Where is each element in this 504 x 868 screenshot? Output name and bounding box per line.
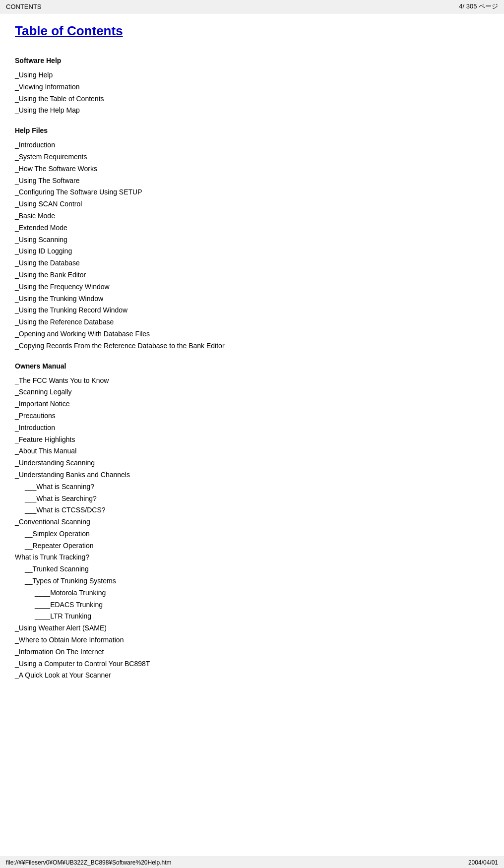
- toc-item-1-16[interactable]: _Opening and Working With Database Files: [15, 328, 489, 340]
- toc-item-2-22[interactable]: _Where to Obtain More Information: [15, 634, 489, 646]
- toc-item-2-2[interactable]: _Important Notice: [15, 398, 489, 410]
- toc-item-2-1[interactable]: _Scanning Legally: [15, 386, 489, 398]
- toc-item-1-3[interactable]: _Using The Software: [15, 175, 489, 187]
- toc-item-2-16[interactable]: __Trunked Scanning: [15, 563, 489, 575]
- toc-item-0-1[interactable]: _Viewing Information: [15, 81, 489, 93]
- toc-item-0-0[interactable]: _Using Help: [15, 69, 489, 81]
- toc-item-1-5[interactable]: _Using SCAN Control: [15, 198, 489, 210]
- toc-item-1-11[interactable]: _Using the Bank Editor: [15, 269, 489, 281]
- toc-item-1-10[interactable]: _Using the Database: [15, 257, 489, 269]
- toc-item-2-23[interactable]: _Information On The Internet: [15, 646, 489, 658]
- toc-item-2-15[interactable]: What is Trunk Tracking?: [15, 552, 489, 563]
- toc-item-1-14[interactable]: _Using the Trunking Record Window: [15, 305, 489, 316]
- toc-item-1-0[interactable]: _Introduction: [15, 139, 489, 151]
- top-bar-left: CONTENTS: [6, 3, 42, 10]
- toc-item-0-3[interactable]: _Using the Help Map: [15, 105, 489, 117]
- toc-item-1-15[interactable]: _Using the Reference Database: [15, 316, 489, 328]
- toc-item-2-10[interactable]: ___What is Searching?: [15, 493, 489, 505]
- toc-item-2-20[interactable]: ____LTR Trunking: [15, 611, 489, 622]
- toc-item-2-25[interactable]: _A Quick Look at Your Scanner: [15, 670, 489, 682]
- toc-item-1-9[interactable]: _Using ID Logging: [15, 246, 489, 257]
- toc-item-1-7[interactable]: _Extended Mode: [15, 222, 489, 234]
- section-header-1: Help Files: [15, 126, 489, 134]
- toc-item-2-18[interactable]: ____Motorola Trunking: [15, 587, 489, 599]
- toc-item-1-12[interactable]: _Using the Frequency Window: [15, 281, 489, 293]
- toc-item-1-1[interactable]: _System Requirements: [15, 151, 489, 163]
- top-bar-right: 4/ 305 ページ: [459, 2, 498, 11]
- toc-item-2-21[interactable]: _Using Weather Alert (SAME): [15, 622, 489, 634]
- page-title[interactable]: Table of Contents: [15, 23, 123, 39]
- toc-item-1-8[interactable]: _Using Scanning: [15, 234, 489, 246]
- toc-item-1-2[interactable]: _How The Software Works: [15, 163, 489, 175]
- toc-item-2-6[interactable]: _About This Manual: [15, 445, 489, 457]
- toc-item-1-4[interactable]: _Configuring The Software Using SETUP: [15, 186, 489, 198]
- toc-item-2-19[interactable]: ____EDACS Trunking: [15, 599, 489, 611]
- toc-item-2-5[interactable]: _Feature Highlights: [15, 434, 489, 446]
- toc-item-2-17[interactable]: __Types of Trunking Systems: [15, 575, 489, 587]
- toc-item-2-9[interactable]: ___What is Scanning?: [15, 481, 489, 493]
- toc-item-1-17[interactable]: _Copying Records From the Reference Data…: [15, 340, 489, 352]
- toc-item-2-14[interactable]: __Repeater Operation: [15, 540, 489, 552]
- toc-item-2-0[interactable]: _The FCC Wants You to Know: [15, 375, 489, 387]
- toc-item-2-11[interactable]: ___What is CTCSS/DCS?: [15, 504, 489, 516]
- bottom-bar-left: file://¥¥Fileserv0¥OM¥UB322Z_BC898¥Softw…: [6, 859, 172, 866]
- toc-item-2-8[interactable]: _Understanding Banks and Channels: [15, 469, 489, 481]
- toc-item-0-2[interactable]: _Using the Table of Contents: [15, 93, 489, 105]
- toc-item-2-4[interactable]: _Introduction: [15, 422, 489, 434]
- bottom-bar-right: 2004/04/01: [468, 859, 498, 866]
- toc-item-2-12[interactable]: _Conventional Scanning: [15, 516, 489, 528]
- section-header-0: Software Help: [15, 57, 489, 64]
- toc-item-1-6[interactable]: _Basic Mode: [15, 210, 489, 222]
- section-header-2: Owners Manual: [15, 362, 489, 370]
- toc-item-2-3[interactable]: _Precautions: [15, 410, 489, 422]
- toc-item-1-13[interactable]: _Using the Trunking Window: [15, 293, 489, 305]
- toc-item-2-7[interactable]: _Understanding Scanning: [15, 457, 489, 469]
- toc-item-2-24[interactable]: _Using a Computer to Control Your BC898T: [15, 658, 489, 670]
- toc-item-2-13[interactable]: __Simplex Operation: [15, 528, 489, 540]
